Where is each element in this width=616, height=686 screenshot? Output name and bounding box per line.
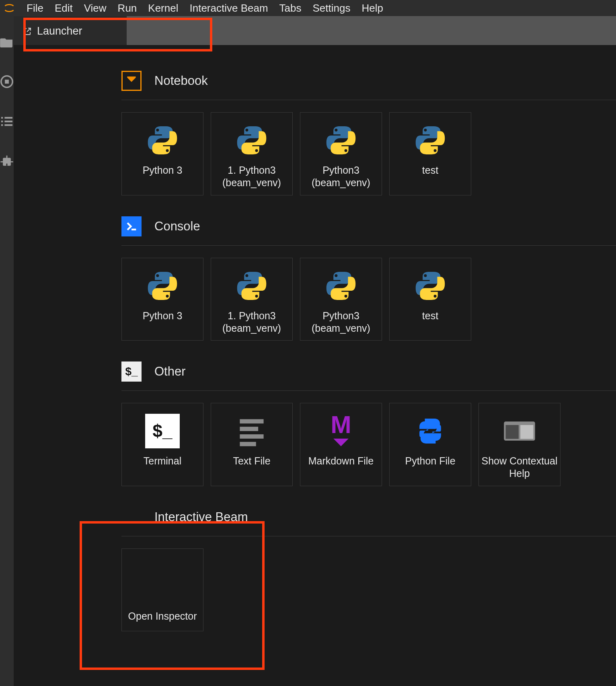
svg-point-24: [434, 295, 437, 298]
svg-point-20: [255, 295, 258, 298]
section-title: Console: [154, 219, 200, 234]
python-icon: [324, 121, 358, 160]
menu-file[interactable]: File: [27, 2, 43, 14]
tab-bar: Launcher: [14, 16, 616, 45]
card-label: 1. Python3 (beam_venv): [214, 310, 290, 335]
launcher-card[interactable]: test: [389, 258, 471, 341]
svg-point-23: [424, 274, 427, 277]
list-icon[interactable]: [0, 116, 14, 127]
card-label: Python File: [405, 455, 455, 467]
launcher-card[interactable]: 1. Python3 (beam_venv): [211, 112, 293, 195]
svg-rect-3: [4, 117, 12, 119]
launcher-card[interactable]: Show Contextual Help: [478, 403, 561, 486]
svg-point-10: [245, 129, 248, 131]
menubar: File Edit View Run Kernel Interactive Be…: [0, 0, 616, 16]
svg-point-14: [424, 129, 427, 131]
svg-point-11: [255, 149, 258, 152]
terminal-icon: $_: [145, 411, 180, 451]
card-row-notebook: Python 3 1. Python3 (beam_venv) Python3 …: [121, 112, 616, 195]
notebook-icon: [121, 71, 142, 91]
svg-rect-16: [131, 228, 136, 230]
svg-point-8: [156, 129, 159, 131]
python-icon: [413, 266, 448, 306]
tab-launcher[interactable]: Launcher: [14, 16, 127, 45]
section-title: Interactive Beam: [154, 510, 248, 524]
svg-rect-28: [240, 442, 256, 446]
launch-icon: [23, 27, 32, 36]
card-label: Terminal: [144, 455, 181, 467]
svg-rect-7: [4, 124, 12, 126]
launcher-card[interactable]: Python 3: [121, 112, 203, 195]
launcher-card[interactable]: Python3 (beam_venv): [300, 258, 382, 341]
svg-rect-27: [240, 434, 263, 439]
launcher-card[interactable]: test: [389, 112, 471, 195]
card-label: 1. Python3 (beam_venv): [214, 164, 290, 189]
menu-interactive-beam[interactable]: Interactive Beam: [189, 2, 268, 14]
launcher-card[interactable]: Python3 (beam_venv): [300, 112, 382, 195]
section-title: Other: [154, 364, 186, 379]
launcher-card[interactable]: Python File: [389, 403, 471, 486]
section-console: Console Python 3 1. Python3 (beam_venv) …: [121, 216, 616, 341]
card-label: Open Inspector: [128, 610, 197, 622]
dollar-icon: $_: [121, 361, 142, 382]
section-other: $_ Other $_Terminal Text File M Markdown…: [121, 361, 616, 486]
activity-bar: [0, 16, 14, 686]
section-interactive-beam: Interactive Beam Open Inspector: [121, 507, 616, 631]
launcher-panel: Notebook Python 3 1. Python3 (beam_venv)…: [14, 45, 616, 686]
svg-rect-6: [1, 124, 3, 126]
python-icon: [413, 121, 448, 160]
card-label: Text File: [233, 455, 270, 467]
card-row-other: $_Terminal Text File M Markdown File Pyt…: [121, 403, 616, 486]
card-label: test: [422, 310, 438, 322]
svg-text:M: M: [331, 414, 351, 438]
launcher-card[interactable]: Text File: [211, 403, 293, 486]
svg-rect-2: [1, 117, 3, 119]
jupyter-logo-icon: [3, 2, 15, 14]
menu-run[interactable]: Run: [118, 2, 137, 14]
launcher-card[interactable]: Python 3: [121, 258, 203, 341]
card-label: test: [422, 164, 438, 177]
card-row-beam: Open Inspector: [121, 548, 616, 631]
menu-view[interactable]: View: [84, 2, 107, 14]
tab-title: Launcher: [37, 25, 82, 37]
menu-kernel[interactable]: Kernel: [148, 2, 178, 14]
card-label: Python3 (beam_venv): [303, 164, 379, 189]
menu-tabs[interactable]: Tabs: [279, 2, 302, 14]
textfile-icon: [234, 411, 269, 451]
folder-icon[interactable]: [0, 36, 14, 47]
menu-help[interactable]: Help: [361, 2, 383, 14]
svg-point-21: [335, 274, 337, 277]
launcher-card[interactable]: M Markdown File: [300, 403, 382, 486]
launcher-card[interactable]: 1. Python3 (beam_venv): [211, 258, 293, 341]
python-icon: [234, 266, 269, 306]
card-label: Show Contextual Help: [481, 455, 558, 480]
python-icon: [324, 266, 358, 306]
svg-rect-1: [5, 80, 9, 84]
launcher-card[interactable]: $_Terminal: [121, 403, 203, 486]
svg-point-13: [345, 149, 347, 152]
menu-edit[interactable]: Edit: [55, 2, 73, 14]
svg-point-19: [245, 274, 248, 277]
svg-point-18: [166, 295, 169, 298]
contexthelp-icon: [502, 411, 537, 451]
console-icon: [121, 216, 142, 236]
svg-point-22: [345, 295, 347, 298]
card-label: Python 3: [143, 164, 183, 177]
launcher-card[interactable]: Open Inspector: [121, 548, 203, 631]
pyfile-icon: [413, 411, 448, 451]
svg-rect-5: [4, 121, 12, 122]
menu-settings[interactable]: Settings: [312, 2, 350, 14]
python-icon: [145, 121, 180, 160]
python-icon: [145, 266, 180, 306]
card-label: Python3 (beam_venv): [303, 310, 379, 335]
svg-rect-4: [1, 121, 3, 122]
running-icon[interactable]: [0, 75, 14, 88]
section-title: Notebook: [154, 74, 208, 88]
svg-rect-26: [240, 427, 258, 431]
svg-point-9: [166, 149, 169, 152]
svg-rect-31: [506, 425, 519, 439]
blank-icon: [121, 507, 142, 527]
section-notebook: Notebook Python 3 1. Python3 (beam_venv)…: [121, 71, 616, 195]
svg-rect-25: [240, 419, 263, 423]
extensions-icon[interactable]: [0, 154, 14, 168]
